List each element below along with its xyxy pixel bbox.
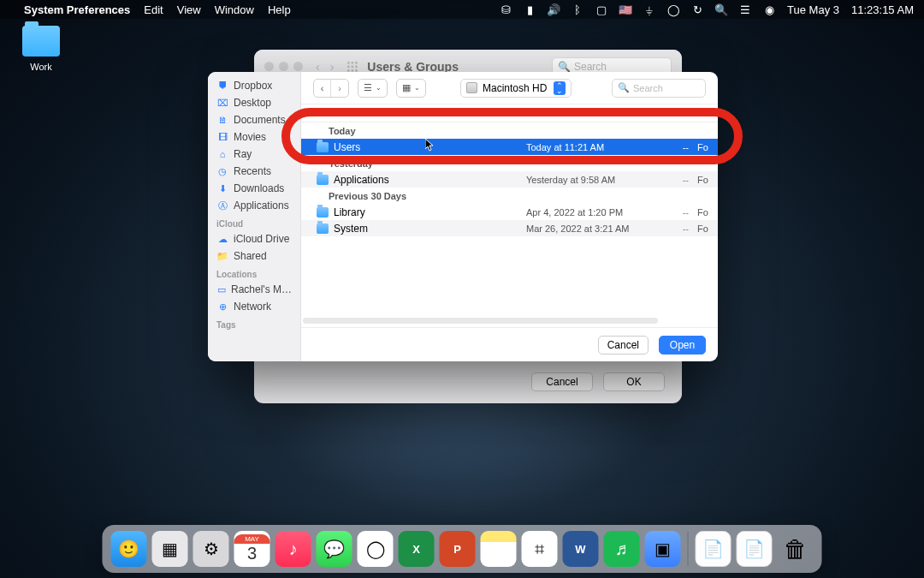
menu-edit[interactable]: Edit: [144, 3, 163, 16]
file-name: Library: [334, 206, 365, 218]
dock-calendar[interactable]: MAY3: [234, 531, 270, 567]
sidebar-item-applications[interactable]: ⒶApplications: [208, 197, 300, 214]
sidebar-item-downloads[interactable]: ⬇Downloads: [208, 180, 300, 197]
dock-document-2[interactable]: 📄: [737, 531, 773, 567]
sp-cancel-button[interactable]: Cancel: [531, 372, 593, 391]
view-list-button[interactable]: ☰ ⌄: [358, 79, 388, 98]
sidebar-item-rachel-s-m-[interactable]: ▭Rachel's M…: [208, 281, 300, 298]
desktop-folder-work[interactable]: Work: [15, 26, 67, 72]
nav-fwd-button[interactable]: ›: [331, 80, 348, 97]
shared-icon: 📁: [216, 250, 228, 262]
disk-icon: [466, 82, 477, 93]
sidebar-item-label: Shared: [234, 250, 267, 262]
dock-excel[interactable]: X: [399, 531, 435, 567]
dock-word[interactable]: W: [563, 531, 599, 567]
bluetooth-icon[interactable]: ᛒ: [572, 3, 583, 15]
battery-menu-icon-a[interactable]: ▮: [524, 3, 536, 15]
dock-trash[interactable]: 🗑: [778, 531, 814, 567]
sidebar-item-documents[interactable]: 🗎Documents: [208, 111, 300, 128]
folder-icon: [317, 175, 329, 185]
recents-icon: ◷: [216, 165, 228, 177]
dock-document-1[interactable]: 📄: [696, 531, 732, 567]
open-dialog: ⛊Dropbox⌧Desktop🗎Documents🎞Movies⌂Ray◷Re…: [208, 72, 718, 361]
wifi-icon[interactable]: ⏚: [643, 3, 655, 15]
menu-view[interactable]: View: [177, 3, 201, 16]
user-icon[interactable]: ◯: [667, 3, 679, 15]
sidebar-item-desktop[interactable]: ⌧Desktop: [208, 94, 300, 111]
sidebar-item-recents[interactable]: ◷Recents: [208, 163, 300, 180]
dropbox-menu-icon[interactable]: ⛁: [500, 3, 512, 15]
file-date: Mar 26, 2022 at 3:21 AM: [526, 223, 646, 234]
file-kind: Fo: [697, 223, 718, 234]
dock-screenshot[interactable]: ▣: [645, 531, 681, 567]
file-row-library[interactable]: Library Apr 4, 2022 at 1:20 PM -- Fo: [301, 204, 718, 220]
file-name: System: [334, 223, 368, 235]
menu-window[interactable]: Window: [215, 3, 254, 16]
sidebar-item-icloud-drive[interactable]: ☁iCloud Drive: [208, 230, 300, 247]
open-dialog-toolbar: ‹ › ☰ ⌄ ▦ ⌄ Macintosh HD ⌃⌄ 🔍 Search: [301, 72, 718, 104]
sidebar-item-label: Downloads: [234, 182, 284, 194]
menu-help[interactable]: Help: [268, 3, 291, 16]
group-label: Previous 30 Days: [301, 188, 718, 204]
col-kind[interactable]: Ki: [697, 108, 718, 118]
sidebar-item-network[interactable]: ⊕Network: [208, 298, 300, 315]
dock-separator: [688, 532, 689, 566]
volume-icon[interactable]: 🔊: [548, 3, 560, 15]
dock: 🙂 ▦ ⚙ MAY3 ♪ 💬 ◯ X P ⌗ W ♬ ▣ 📄 📄 🗑: [103, 525, 822, 573]
dock-messages[interactable]: 💬: [317, 531, 352, 567]
dock-spotify[interactable]: ♬: [604, 531, 640, 567]
sidebar-head-icloud: iCloud: [208, 214, 300, 230]
grid-icon[interactable]: [346, 61, 358, 73]
horizontal-scrollbar[interactable]: [303, 318, 658, 324]
open-search-placeholder: Search: [633, 83, 663, 93]
view-grid-button[interactable]: ▦ ⌄: [396, 79, 426, 98]
file-row-system[interactable]: System Mar 26, 2022 at 3:21 AM -- Fo: [301, 220, 718, 236]
dock-music[interactable]: ♪: [275, 531, 311, 567]
menubar-date[interactable]: Tue May 3: [787, 3, 839, 16]
dock-chrome[interactable]: ◯: [358, 531, 394, 567]
sort-asc-icon: ⌃: [512, 109, 519, 117]
menubar-time[interactable]: 11:23:15 AM: [851, 3, 914, 16]
traffic-max-icon[interactable]: [293, 62, 303, 71]
downloads-icon: ⬇: [216, 182, 228, 194]
sidebar-item-dropbox[interactable]: ⛊Dropbox: [208, 77, 300, 94]
location-popup[interactable]: Macintosh HD ⌃⌄: [460, 79, 572, 98]
app-menu[interactable]: System Preferences: [24, 3, 130, 16]
traffic-close-icon[interactable]: [264, 62, 274, 71]
sidebar-item-ray[interactable]: ⌂Ray: [208, 146, 300, 163]
flag-icon[interactable]: 🇺🇸: [619, 3, 631, 15]
traffic-min-icon[interactable]: [279, 62, 288, 71]
sidebar-item-shared[interactable]: 📁Shared: [208, 247, 300, 265]
spotlight-icon[interactable]: 🔍: [715, 3, 727, 15]
dock-powerpoint[interactable]: P: [440, 531, 476, 567]
dock-finder[interactable]: 🙂: [111, 531, 147, 567]
sidebar-item-label: iCloud Drive: [234, 233, 289, 245]
dock-launchpad[interactable]: ▦: [152, 531, 188, 567]
dock-notes[interactable]: [481, 531, 517, 567]
sp-search-placeholder: Search: [574, 61, 607, 73]
col-size[interactable]: Size: [646, 108, 697, 118]
timemachine-icon[interactable]: ↻: [691, 3, 703, 15]
dock-slack[interactable]: ⌗: [522, 531, 558, 567]
battery-icon[interactable]: ▢: [595, 3, 607, 15]
sidebar-item-movies[interactable]: 🎞Movies: [208, 128, 300, 146]
open-dialog-search[interactable]: 🔍 Search: [612, 79, 706, 98]
siri-icon[interactable]: ◉: [763, 3, 775, 15]
movies-icon: 🎞: [216, 131, 228, 143]
file-date: Yesterday at 9:58 AM: [526, 175, 646, 185]
open-button[interactable]: Open: [659, 336, 706, 355]
col-date[interactable]: Date Modified: [526, 108, 646, 118]
file-row-applications[interactable]: Applications Yesterday at 9:58 AM -- Fo: [301, 171, 718, 188]
sidebar-item-label: Dropbox: [234, 80, 272, 92]
open-cancel-button[interactable]: Cancel: [598, 336, 649, 355]
menubar: System Preferences Edit View Window Help…: [0, 0, 924, 19]
sp-ok-button[interactable]: OK: [603, 372, 665, 391]
file-date: Today at 11:21 AM: [526, 142, 646, 152]
file-size: --: [646, 175, 697, 185]
control-center-icon[interactable]: ☰: [739, 3, 751, 15]
sidebar-head-tags: Tags: [208, 315, 300, 331]
col-name[interactable]: Name⌃: [301, 108, 526, 118]
dock-system-preferences[interactable]: ⚙: [193, 531, 229, 567]
file-row-users[interactable]: Users Today at 11:21 AM -- Fo: [301, 139, 718, 155]
nav-back-button[interactable]: ‹: [314, 80, 331, 97]
